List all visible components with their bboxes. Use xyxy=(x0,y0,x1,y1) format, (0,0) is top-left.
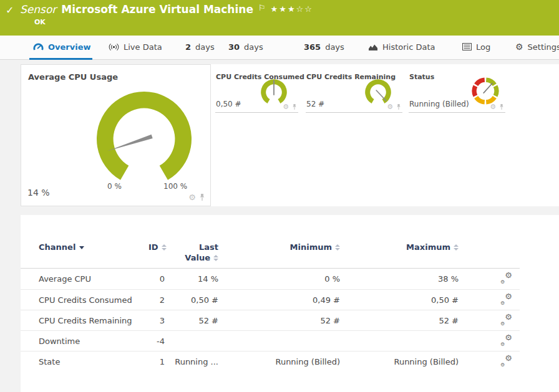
channel-last-value: 14 % xyxy=(165,274,218,284)
edit-channel-icon[interactable]: ⚙⚙ xyxy=(501,314,512,325)
channel-name: State xyxy=(21,357,148,366)
prtg-sensor-page: ✓ Sensor Microsoft Azure Virtual Machine… xyxy=(0,0,559,392)
channel-table-section: Channel ID LastValue Minimum Maximum Ave… xyxy=(21,215,559,392)
channel-name: CPU Credits Consumed xyxy=(21,295,148,305)
sort-desc-icon xyxy=(79,246,84,249)
edit-channel-icon[interactable]: ⚙⚙ xyxy=(501,355,512,366)
column-header-maximum[interactable]: Maximum xyxy=(340,242,459,252)
gauge-panel-cpu-credits-consumed: CPU Credits Consumed 0,50 # ⚙ xyxy=(215,69,298,113)
gauge-needle xyxy=(484,83,493,93)
column-header-channel[interactable]: Channel xyxy=(21,242,148,252)
channel-maximum: 38 % xyxy=(340,274,459,284)
sort-icon[interactable] xyxy=(454,244,459,251)
table-row[interactable]: Downtime -4 ⚙⚙ xyxy=(21,330,520,351)
gauge-panel-cpu-credits-remaining: CPU Credits Remaining 52 # ⚙ xyxy=(306,69,402,113)
channel-maximum: Running (Billed) xyxy=(340,357,459,366)
panel-gear-icon[interactable]: ⚙ xyxy=(188,193,196,201)
cpu-credits-remaining-value: 52 # xyxy=(306,100,324,108)
tab-365-days-unit: days xyxy=(325,42,344,52)
active-tab-underline xyxy=(29,58,92,60)
log-icon xyxy=(462,43,472,50)
sensor-status-text: OK xyxy=(34,18,46,26)
pin-icon[interactable] xyxy=(396,103,401,110)
table-row[interactable]: State 1 Running ... Running (Billed) Run… xyxy=(21,351,520,371)
tab-2-days-unit: days xyxy=(195,42,215,52)
table-row[interactable]: Average CPU 0 14 % 0 % 38 % ⚙⚙ xyxy=(21,269,520,289)
panel-title: Status xyxy=(409,73,434,81)
edit-channel-icon[interactable]: ⚙⚙ xyxy=(501,294,512,305)
channel-name: Average CPU xyxy=(21,274,148,284)
tab-30-days[interactable]: 30 days xyxy=(228,36,263,58)
tab-365-days[interactable]: 365 days xyxy=(304,36,344,58)
channel-last-value: Running ... xyxy=(165,357,218,366)
sensor-tabbar: Overview Live Data 2 days 30 days 365 da… xyxy=(0,36,559,60)
average-cpu-value: 14 % xyxy=(27,188,50,198)
tab-2-days[interactable]: 2 days xyxy=(185,36,215,58)
channel-id: 0 xyxy=(148,274,165,284)
settings-gear-icon: ⚙ xyxy=(515,42,523,52)
channel-id: 3 xyxy=(148,316,165,325)
channel-id: 1 xyxy=(148,357,165,366)
gauge-panel-status: Status Running (Billed) ⚙ xyxy=(409,69,505,113)
channel-last-value: 52 # xyxy=(165,316,218,325)
tab-2-days-number: 2 xyxy=(185,42,191,52)
panel-gear-icon[interactable]: ⚙ xyxy=(387,103,393,110)
channel-minimum: 52 # xyxy=(218,316,340,325)
tab-historic-data-label: Historic Data xyxy=(382,42,435,52)
pin-icon[interactable] xyxy=(499,103,504,110)
average-cpu-gauge xyxy=(85,80,203,198)
tab-live-data[interactable]: Live Data xyxy=(109,36,162,58)
edit-channel-icon[interactable]: ⚙⚙ xyxy=(501,272,512,284)
column-header-id[interactable]: ID xyxy=(148,242,165,252)
column-header-minimum[interactable]: Minimum xyxy=(218,242,340,252)
channel-minimum: Running (Billed) xyxy=(218,357,340,366)
channel-minimum: 0,49 # xyxy=(218,295,340,305)
tab-log[interactable]: Log xyxy=(462,36,490,58)
live-data-icon xyxy=(109,43,119,51)
channel-name: CPU Credits Remaining xyxy=(21,316,148,325)
channel-name: Downtime xyxy=(21,337,148,346)
sensor-title: Microsoft Azure Virtual Machine xyxy=(61,3,253,16)
flag-icon[interactable]: ⚐ xyxy=(258,3,266,12)
gauge-needle xyxy=(376,90,386,101)
pin-icon[interactable] xyxy=(199,193,205,201)
gauge-icon xyxy=(33,42,44,51)
table-row[interactable]: CPU Credits Remaining 3 52 # 52 # 52 # ⚙… xyxy=(21,310,520,330)
table-header-row: Channel ID LastValue Minimum Maximum xyxy=(21,234,520,269)
edit-channel-icon[interactable]: ⚙⚙ xyxy=(501,335,512,346)
historic-data-icon xyxy=(368,43,378,51)
channel-maximum: 52 # xyxy=(340,316,459,325)
status-value: Running (Billed) xyxy=(409,100,469,108)
tab-overview-label: Overview xyxy=(48,42,91,52)
tab-live-data-label: Live Data xyxy=(124,42,162,52)
tab-settings[interactable]: ⚙ Settings xyxy=(515,36,559,58)
table-row[interactable]: CPU Credits Consumed 2 0,50 # 0,49 # 0,5… xyxy=(21,289,520,310)
tab-overview[interactable]: Overview xyxy=(33,36,91,58)
sort-icon[interactable] xyxy=(213,255,218,261)
panel-gear-icon[interactable]: ⚙ xyxy=(283,103,289,110)
channel-minimum: 0 % xyxy=(218,274,340,284)
sort-icon[interactable] xyxy=(335,244,340,251)
channel-table: Channel ID LastValue Minimum Maximum Ave… xyxy=(21,234,520,371)
tab-settings-label: Settings xyxy=(528,42,559,52)
pin-icon[interactable] xyxy=(292,103,297,110)
gauge-scale-min: 0 % xyxy=(107,182,122,191)
channel-maximum: 0,50 # xyxy=(340,295,459,305)
sensor-type-label: Sensor xyxy=(20,3,56,16)
channel-last-value: 0,50 # xyxy=(165,295,218,305)
column-header-last-value[interactable]: LastValue xyxy=(165,242,218,262)
status-gauge xyxy=(469,75,502,107)
sort-icon[interactable] xyxy=(162,244,167,251)
channel-id: -4 xyxy=(148,337,165,346)
channel-id: 2 xyxy=(148,295,165,305)
tab-historic-data[interactable]: Historic Data xyxy=(368,36,435,58)
status-ok-check-icon: ✓ xyxy=(6,4,14,16)
priority-stars[interactable]: ★★★☆☆ xyxy=(271,4,313,14)
panel-gear-icon[interactable]: ⚙ xyxy=(490,103,496,110)
tab-30-days-unit: days xyxy=(244,42,263,52)
tab-log-label: Log xyxy=(476,42,490,52)
gauge-scale-max: 100 % xyxy=(163,182,187,191)
gauge-needle xyxy=(107,135,152,151)
sensor-header: ✓ Sensor Microsoft Azure Virtual Machine… xyxy=(0,0,559,36)
tab-365-days-number: 365 xyxy=(304,42,321,52)
